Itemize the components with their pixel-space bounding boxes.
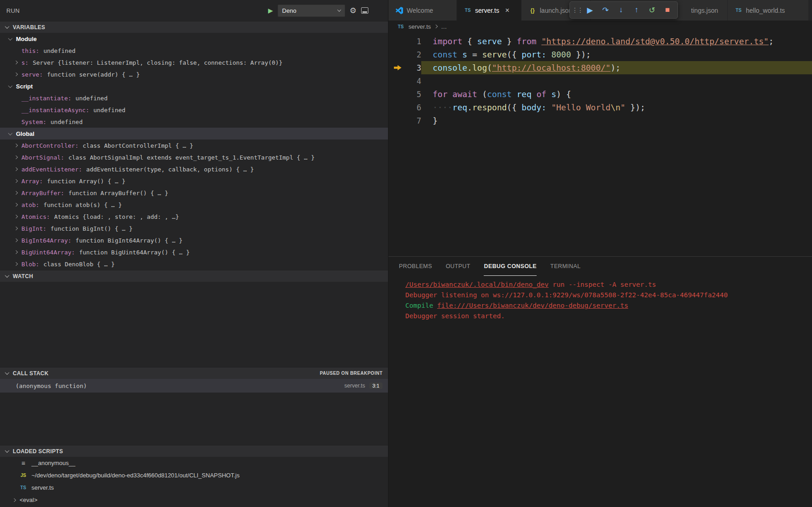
start-debugging-icon[interactable]: ▶	[268, 7, 273, 14]
section-header-call-stack[interactable]: CALL STACK PAUSED ON BREAKPOINT	[0, 367, 388, 379]
variable-value: function Array() { … }	[47, 178, 125, 185]
run-controls: ▶ Deno ⚙	[268, 0, 368, 21]
stop-icon: ■	[665, 5, 670, 15]
code-line-text[interactable]	[421, 74, 812, 88]
debug-console-panel-icon[interactable]	[361, 7, 368, 14]
console-link[interactable]: /Users/biwanczuk/.local/bin/deno_dev	[405, 281, 548, 288]
panel-tab-output[interactable]: OUTPUT	[446, 257, 471, 276]
code-token: ({	[507, 50, 522, 59]
section-label: WATCH	[13, 273, 33, 279]
step-into-button[interactable]: ↓	[613, 3, 629, 17]
code-token: const	[487, 89, 512, 99]
loaded-script-label: __anonymous__	[31, 460, 75, 466]
variable-bigint64array[interactable]: BigInt64Array:function BigInt64Array() {…	[0, 234, 388, 246]
section-header-loaded-scripts[interactable]: LOADED SCRIPTS	[0, 445, 388, 457]
panel-tab-terminal[interactable]: TERMINAL	[550, 257, 580, 276]
variable-abortsignal[interactable]: AbortSignal:class AbortSignalImpl extend…	[0, 151, 388, 163]
code-link[interactable]: "https://deno.land/std@v0.50.0/http/serv…	[541, 36, 769, 46]
code-line-text[interactable]: }	[421, 114, 812, 127]
panel-tab-debug-console[interactable]: DEBUG CONSOLE	[484, 257, 537, 276]
code-token: serve	[482, 50, 507, 59]
tab-close-icon[interactable]: ×	[505, 7, 509, 14]
step-over-button[interactable]: ↷	[598, 3, 613, 17]
scope-module[interactable]: Module	[0, 33, 388, 45]
code-token	[537, 36, 542, 46]
code-link[interactable]: "http://localhost:8000/"	[492, 63, 610, 72]
stop-button[interactable]: ■	[660, 3, 675, 17]
ts-file-icon: TS	[464, 7, 472, 14]
loaded-script-anonymous[interactable]: ≡__anonymous__	[0, 457, 388, 469]
variable-name: this:	[21, 47, 39, 54]
variable-instantiate[interactable]: __instantiate:undefined	[0, 92, 388, 104]
continue-button[interactable]: ▶	[582, 3, 598, 17]
code-token: log	[472, 63, 487, 72]
debug-config-dropdown[interactable]: Deno	[278, 5, 345, 17]
chevron-down-icon	[8, 36, 13, 41]
variable-arraybuffer[interactable]: ArrayBuffer:function ArrayBuffer() { … }	[0, 187, 388, 199]
variable-value: function ArrayBuffer() { … }	[68, 190, 168, 197]
code-line-text[interactable]: console.log("http://localhost:8000/");	[421, 61, 812, 74]
frame-file: server.ts	[344, 383, 365, 389]
console-text: Debugger session started.	[405, 312, 505, 320]
code-token: from	[517, 36, 536, 46]
section-header-variables[interactable]: VARIABLES	[0, 21, 388, 33]
code-token: port:	[522, 50, 546, 59]
line-number: 3	[407, 63, 421, 72]
tab-label: server.ts	[475, 7, 499, 14]
step-out-button[interactable]: ↑	[629, 3, 644, 17]
variable-this[interactable]: this:undefined	[0, 45, 388, 57]
variable-serve[interactable]: serve:function serve(addr) { … }	[0, 68, 388, 80]
code-token	[546, 103, 551, 112]
code-line-text[interactable]: ····req.respond({ body: "Hello World\n" …	[421, 101, 812, 114]
debug-config-value: Deno	[282, 7, 296, 14]
variable-biguint64array[interactable]: BigUint64Array:function BigUint64Array()…	[0, 246, 388, 258]
call-stack-frame[interactable]: (anonymous function) server.ts 3:1	[0, 379, 388, 393]
tab-server-ts[interactable]: TSserver.ts×	[457, 0, 522, 21]
scope-name: Script	[16, 83, 33, 90]
restart-button[interactable]: ↺	[644, 3, 660, 17]
line-number: 2	[407, 50, 421, 59]
tab-welcome[interactable]: Welcome	[388, 0, 457, 21]
loaded-script-dev-deno-target-debug-build-deno-ed33c4f660d81201-out-cli-snapshot-js[interactable]: JS~/dev/deno/target/debug/build/deno-ed3…	[0, 469, 388, 481]
variable-value: Server {listener: ListenerImpl, closing:…	[33, 59, 283, 66]
variable-atomics[interactable]: Atomics:Atomics {load: , store: , add: ,…	[0, 211, 388, 222]
code-line-text[interactable]: for await (const req of s) {	[421, 88, 812, 101]
tab-hello-world-ts[interactable]: TShello_world.ts	[728, 0, 809, 21]
loaded-script-label: ~/dev/deno/target/debug/build/deno-ed33c…	[31, 472, 239, 479]
code-token: body:	[522, 103, 546, 112]
gear-icon[interactable]: ⚙	[350, 6, 357, 16]
bottom-panel: PROBLEMSOUTPUTDEBUG CONSOLETERMINAL /Use…	[388, 256, 812, 507]
console-line: Debugger session started.	[405, 311, 812, 321]
code-token	[448, 89, 453, 99]
chevron-down-icon	[8, 131, 13, 135]
variable-addeventlistener[interactable]: addEventListener:addEventListener(type, …	[0, 163, 388, 175]
scope-script[interactable]: Script	[0, 80, 388, 92]
debug-current-line-arrow[interactable]	[388, 65, 407, 71]
tab-label: Welcome	[407, 7, 433, 14]
variable-blob[interactable]: Blob:class DenoBlob { … }	[0, 258, 388, 270]
tab-label: hello_world.ts	[746, 7, 785, 14]
loaded-script-eval[interactable]: <eval>	[0, 494, 388, 506]
section-header-watch[interactable]: WATCH	[0, 270, 388, 282]
code-line-text[interactable]: const s = serve({ port: 8000 });	[421, 48, 812, 61]
variable-bigint[interactable]: BigInt:function BigInt() { … }	[0, 222, 388, 234]
variable-name: __instantiate:	[21, 95, 72, 102]
code-line-7: 7}	[388, 114, 812, 127]
breadcrumb[interactable]: TS server.ts …	[388, 21, 812, 32]
code-line-text[interactable]: import { serve } from "https://deno.land…	[421, 35, 812, 48]
variable-system[interactable]: System:undefined	[0, 116, 388, 128]
variable-instantiateasync[interactable]: __instantiateAsync:undefined	[0, 104, 388, 116]
variable-abortcontroller[interactable]: AbortController:class AbortControllerImp…	[0, 140, 388, 151]
loaded-script-server-ts[interactable]: TSserver.ts	[0, 481, 388, 494]
chevron-down-icon	[5, 448, 10, 453]
variable-s[interactable]: s:Server {listener: ListenerImpl, closin…	[0, 57, 388, 68]
panel-tab-problems[interactable]: PROBLEMS	[399, 257, 432, 276]
variable-array[interactable]: Array:function Array() { … }	[0, 175, 388, 187]
line-number: 7	[407, 116, 421, 125]
scope-global[interactable]: Global	[0, 128, 388, 140]
chevron-down-icon	[5, 24, 10, 29]
drag-handle-button[interactable]: ⋮⋮	[572, 3, 582, 17]
variable-atob[interactable]: atob:function atob(s) { … }	[0, 199, 388, 211]
console-link[interactable]: file:///Users/biwanczuk/dev/deno-debug/s…	[437, 302, 628, 309]
variable-name: Array:	[21, 178, 43, 185]
